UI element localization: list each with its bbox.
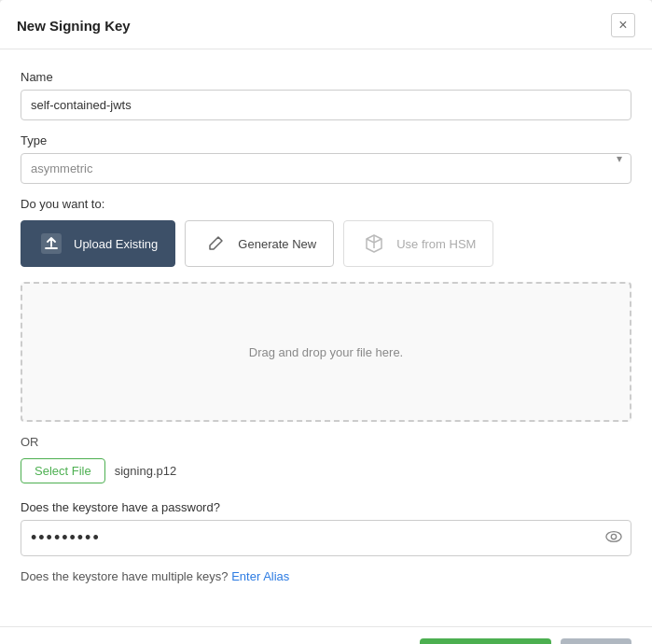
svg-point-2 [611, 534, 616, 539]
or-label: OR [21, 435, 39, 449]
name-input[interactable] [21, 90, 631, 120]
or-row: OR [21, 435, 631, 449]
password-question-label: Does the keystore have a password? [21, 500, 631, 514]
type-label: Type [21, 133, 631, 147]
select-file-button[interactable]: Select File [21, 458, 105, 483]
modal-header: New Signing Key × [0, 0, 652, 49]
enter-alias-link[interactable]: Enter Alias [231, 569, 289, 583]
cancel-button[interactable]: Cancel [561, 638, 631, 644]
new-signing-key-modal: New Signing Key × Name Type asymmetric s… [0, 0, 652, 644]
svg-point-1 [606, 531, 621, 541]
upload-existing-label: Upload Existing [74, 237, 158, 251]
password-field-group: Does the keystore have a password? [21, 500, 631, 556]
generate-new-button[interactable]: Generate New [185, 220, 334, 267]
do-you-want-label: Do you want to: [21, 197, 631, 211]
use-from-hsm-label: Use from HSM [396, 237, 476, 251]
close-button[interactable]: × [611, 13, 635, 37]
modal-title: New Signing Key [17, 18, 131, 34]
alias-row: Does the keystore have multiple keys? En… [21, 569, 631, 583]
name-label: Name [21, 70, 631, 84]
add-and-commit-button[interactable]: Add and Commit [420, 638, 551, 644]
box-icon [361, 231, 387, 257]
file-name-display: signing.p12 [115, 464, 177, 478]
use-from-hsm-button[interactable]: Use from HSM [343, 220, 493, 267]
type-field-group: Type asymmetric symmetric ▾ [21, 133, 631, 184]
drop-zone[interactable]: Drag and drop your file here. [21, 282, 631, 422]
upload-existing-button[interactable]: Upload Existing [21, 220, 175, 267]
name-field-group: Name [21, 70, 631, 120]
upload-icon [38, 231, 64, 257]
file-row: Select File signing.p12 [21, 458, 631, 483]
options-row: Upload Existing Generate New Use fr [21, 220, 631, 267]
generate-new-label: Generate New [238, 237, 316, 251]
modal-footer: Add and Commit Cancel [0, 626, 652, 644]
drop-zone-text: Drag and drop your file here. [249, 345, 403, 359]
password-input[interactable] [21, 520, 631, 556]
password-wrapper [21, 520, 631, 556]
edit-icon [202, 231, 229, 257]
type-select[interactable]: asymmetric symmetric [21, 153, 631, 184]
multiple-keys-question: Does the keystore have multiple keys? [21, 569, 229, 583]
eye-icon[interactable] [605, 528, 622, 549]
modal-body: Name Type asymmetric symmetric ▾ Do you … [0, 49, 652, 626]
